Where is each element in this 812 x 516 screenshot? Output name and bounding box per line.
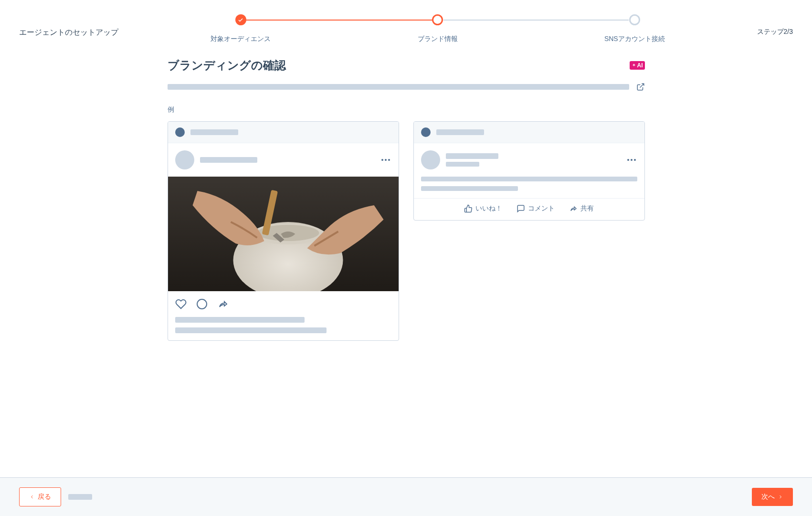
more-horizontal-icon: [626, 154, 637, 166]
url-row: [168, 83, 645, 91]
like-label: いいね！: [475, 204, 502, 213]
svg-point-13: [634, 159, 636, 161]
linkedin-body: [414, 177, 644, 198]
platform-dot-icon: [421, 127, 431, 137]
skeleton-line: [446, 153, 498, 159]
more-options-button[interactable]: [626, 154, 637, 166]
comment-icon: [517, 204, 525, 213]
svg-line-0: [640, 84, 643, 87]
svg-point-3: [388, 159, 390, 161]
wizard-title: エージェントのセットアップ: [19, 14, 118, 38]
step-brand-info[interactable]: ブランド情報: [339, 14, 537, 43]
step-circle-completed: [235, 14, 246, 25]
ai-badge: AI: [630, 61, 645, 70]
section-header: ブランディングの確認 AI: [168, 58, 645, 73]
comment-button[interactable]: コメント: [517, 204, 555, 213]
ai-badge-text: AI: [637, 62, 643, 69]
step-label: ブランド情報: [418, 35, 458, 43]
share-button[interactable]: 共有: [569, 204, 594, 213]
more-horizontal-icon: [380, 154, 391, 166]
share-label: 共有: [580, 204, 594, 213]
section-title: ブランディングの確認: [168, 58, 286, 73]
svg-point-2: [385, 159, 387, 161]
step-label: 対象オーディエンス: [211, 35, 271, 43]
like-button[interactable]: いいね！: [464, 204, 502, 213]
card-user-left: [421, 150, 498, 169]
share-arrow-icon: [569, 204, 578, 213]
svg-point-11: [627, 159, 629, 161]
card-user-left: [175, 150, 257, 169]
sparkle-icon: [632, 63, 636, 68]
wizard-header: エージェントのセットアップ 対象オーディエンス ブランド情報: [0, 0, 812, 58]
post-image: [168, 177, 399, 291]
card-caption: [168, 317, 399, 340]
stepper-container: 対象オーディエンス ブランド情報 SNSアカウント接続: [142, 14, 733, 43]
skeleton-line: [175, 317, 305, 323]
instagram-preview-card: [168, 121, 399, 341]
skeleton-line: [421, 186, 518, 191]
card-user-header: [414, 143, 644, 177]
thumbs-up-icon: [464, 204, 473, 213]
card-actions: [168, 291, 399, 317]
more-options-button[interactable]: [380, 154, 391, 166]
step-audience[interactable]: 対象オーディエンス: [142, 14, 339, 43]
url-skeleton: [168, 84, 629, 90]
heart-icon[interactable]: [175, 298, 187, 310]
external-link-icon[interactable]: [636, 83, 645, 91]
svg-point-10: [197, 299, 207, 309]
platform-header: [168, 122, 399, 143]
main-content: ブランディングの確認 AI 例: [153, 58, 659, 398]
platform-name-skeleton: [436, 129, 484, 135]
cards-row: いいね！ コメント 共有: [168, 121, 645, 341]
step-sns-connect[interactable]: SNSアカウント接続: [536, 14, 733, 43]
step-count: ステップ2/3: [757, 14, 793, 36]
example-label: 例: [168, 105, 645, 114]
comment-circle-icon[interactable]: [196, 298, 208, 310]
avatar: [175, 150, 194, 169]
svg-point-12: [631, 159, 633, 161]
skeleton-line: [446, 162, 479, 167]
step-circle-pending: [629, 14, 640, 25]
user-info-skeleton: [200, 157, 257, 163]
linkedin-actions: いいね！ コメント 共有: [414, 198, 644, 220]
share-icon[interactable]: [217, 298, 229, 310]
card-user-header: [168, 143, 399, 177]
check-icon: [238, 17, 243, 23]
linkedin-preview-card: いいね！ コメント 共有: [413, 121, 645, 221]
stepper: 対象オーディエンス ブランド情報 SNSアカウント接続: [142, 14, 733, 43]
user-info-skeleton: [446, 153, 498, 167]
step-label: SNSアカウント接続: [604, 35, 665, 43]
platform-name-skeleton: [190, 129, 238, 135]
avatar: [421, 150, 440, 169]
skeleton-line: [421, 177, 637, 181]
skeleton-line: [200, 157, 257, 163]
svg-point-1: [381, 159, 383, 161]
step-circle-active: [432, 14, 443, 25]
platform-dot-icon: [175, 127, 185, 137]
platform-header: [414, 122, 644, 143]
skeleton-line: [175, 327, 327, 333]
comment-label: コメント: [528, 204, 555, 213]
